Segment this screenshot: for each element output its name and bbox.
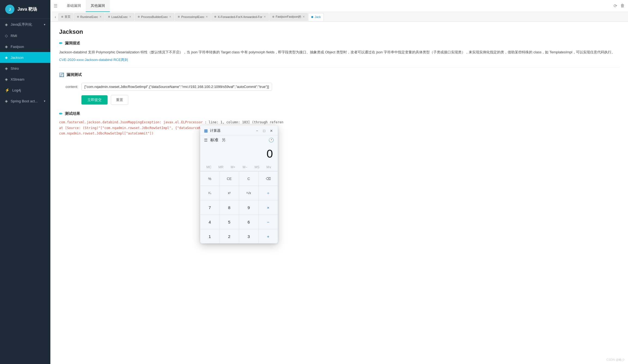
home-tab-label: 首页 xyxy=(65,15,71,19)
sidebar-item-shiro[interactable]: ◈ Shiro xyxy=(0,63,50,74)
sidebar-item-jackson[interactable]: ◈ Jackson xyxy=(0,52,50,63)
browser-tab-fastjsontab[interactable]: FastjsonFastjson的 ✕ xyxy=(269,13,308,21)
calc-1-button[interactable]: 1 xyxy=(200,229,220,243)
tab-other-vuln[interactable]: 其他漏洞 xyxy=(86,0,110,12)
loadjs-tab-label: LoadJsExec xyxy=(111,15,128,19)
xforwarded-tab-close[interactable]: ✕ xyxy=(264,15,266,18)
tab-basic-vuln[interactable]: 基础漏洞 xyxy=(62,0,86,12)
processbuilder-tab-close[interactable]: ✕ xyxy=(169,15,171,18)
vuln-test-header: 🔄 漏洞测试 xyxy=(59,72,619,77)
delete-icon[interactable]: 🗑 xyxy=(620,3,625,8)
log4j-label: Log4j xyxy=(12,88,21,92)
calc-7-button[interactable]: 7 xyxy=(200,200,220,215)
svg-text:J: J xyxy=(9,7,11,11)
xforwarded-tab-label: X-Forwarded-ForX-forwarded-For xyxy=(218,15,262,19)
browser-tab-processbuilder[interactable]: ProcessBuilderExec ✕ xyxy=(135,13,174,21)
sidebar-item-log4j[interactable]: ⚡ Log4j xyxy=(0,85,50,96)
page-title: Jackson xyxy=(59,28,619,35)
calc-app-icon: ▦ xyxy=(204,128,208,133)
top-nav-actions: ⟳ 🗑 xyxy=(614,3,625,8)
refresh-icon[interactable]: ⟳ xyxy=(614,3,617,8)
submit-button[interactable]: 立即提交 xyxy=(81,95,108,105)
fastjsontab-close[interactable]: ✕ xyxy=(303,15,305,18)
sidebar-logo: J Java 靶场 xyxy=(0,0,50,19)
vuln-test-title: 漏洞测试 xyxy=(66,72,82,77)
jackson-icon: ◈ xyxy=(5,55,8,60)
fastjson-icon: ◈ xyxy=(5,44,8,49)
calc-reciprocal-button[interactable]: ¹⁄ₓ xyxy=(200,186,220,200)
processbuilder-tab-dot xyxy=(138,16,140,18)
shiro-label: Shiro xyxy=(11,66,19,71)
calc-ce-button[interactable]: CE xyxy=(220,172,239,186)
calc-backspace-button[interactable]: ⌫ xyxy=(259,172,278,186)
calc-6-button[interactable]: 6 xyxy=(239,215,258,229)
sidebar-item-fastjson[interactable]: ◈ Fastjson xyxy=(0,41,50,52)
top-nav: ☰ 基础漏洞 其他漏洞 ⟳ 🗑 xyxy=(50,0,628,12)
calc-4-button[interactable]: 4 xyxy=(200,215,220,229)
calc-percent-button[interactable]: % xyxy=(200,172,220,186)
result-icon: ✏ xyxy=(59,111,63,116)
top-nav-tabs: 基础漏洞 其他漏洞 xyxy=(62,0,110,12)
calc-5-button[interactable]: 5 xyxy=(220,215,239,229)
calc-toolbar: ☰ 标准 另 🕐 xyxy=(200,135,278,144)
calc-mr-button[interactable]: MR xyxy=(215,164,227,170)
browser-tab-xforwarded[interactable]: X-Forwarded-ForX-forwarded-For ✕ xyxy=(211,13,269,21)
reset-button[interactable]: 重置 xyxy=(111,95,128,105)
fastjson-label: Fastjson xyxy=(11,45,24,49)
vuln-cve-link[interactable]: CVE-2020-xxxx:Jackson-databind RCE两则 xyxy=(59,58,128,62)
sidebar-item-rmi[interactable]: ◇ RMI xyxy=(0,30,50,41)
page-content: Jackson ✏ 漏洞描述 Jackson-databind 支持 Polym… xyxy=(50,22,628,364)
loadjs-tab-dot xyxy=(108,16,110,18)
calc-subtract-button[interactable]: − xyxy=(259,215,278,229)
calc-mv-button[interactable]: M∨ xyxy=(263,164,275,170)
browser-tab-processimpl[interactable]: ProcessImplExec ✕ xyxy=(175,13,211,21)
calc-square-button[interactable]: x² xyxy=(220,186,239,200)
springboot-icon: ◈ xyxy=(5,99,8,103)
browser-tab-jackson[interactable]: Jack xyxy=(308,13,324,21)
content-input[interactable] xyxy=(81,83,272,91)
calc-multiply-button[interactable]: × xyxy=(259,200,278,215)
sidebar-title: Java 靶场 xyxy=(17,7,37,12)
runtime-tab-close[interactable]: ✕ xyxy=(99,15,102,18)
calc-mminus-button[interactable]: M− xyxy=(239,164,251,170)
runtime-tab-label: RuntimeExec xyxy=(80,15,98,19)
calc-maximize-button[interactable]: □ xyxy=(261,128,267,133)
java-deser-icon: ◈ xyxy=(5,22,8,27)
browser-tab-home[interactable]: 首页 xyxy=(58,13,74,21)
calc-mplus-button[interactable]: M+ xyxy=(227,164,239,170)
hamburger-icon[interactable]: ☰ xyxy=(54,3,57,8)
browser-tab-loadjs[interactable]: LoadJsExec ✕ xyxy=(105,13,134,21)
calc-divide-button[interactable]: ÷ xyxy=(259,186,278,200)
result-line-2: at [Source: (String)"["com.nqadmin.rowse… xyxy=(59,125,619,131)
browser-tab-left-arrow[interactable]: ‹ xyxy=(53,15,58,19)
calc-add-button[interactable]: + xyxy=(259,229,278,243)
tab-basic-label: 基础漏洞 xyxy=(67,3,81,8)
calc-c-button[interactable]: C xyxy=(239,172,258,186)
calc-9-button[interactable]: 9 xyxy=(239,200,258,215)
fastjsontab-label: FastjsonFastjson的 xyxy=(276,15,301,19)
sidebar-item-xstream[interactable]: ◈ XStream xyxy=(0,74,50,85)
xstream-label: XStream xyxy=(11,77,25,81)
calc-8-button[interactable]: 8 xyxy=(220,200,239,215)
calc-3-button[interactable]: 3 xyxy=(239,229,258,243)
calc-close-button[interactable]: ✕ xyxy=(269,128,274,133)
calc-ms-button[interactable]: MS xyxy=(251,164,263,170)
calc-hamburger-icon[interactable]: ☰ xyxy=(204,138,208,143)
sidebar-item-springboot[interactable]: ◈ Spring Boot act... ▾ xyxy=(0,96,50,106)
java-deser-label: Java反序列化 xyxy=(11,22,32,27)
calc-minimize-button[interactable]: − xyxy=(254,128,260,133)
processimpl-tab-close[interactable]: ✕ xyxy=(206,15,208,18)
calc-history-icon[interactable]: 🕐 xyxy=(269,137,274,143)
shiro-icon: ◈ xyxy=(5,66,8,71)
sidebar-item-java-deser[interactable]: ◈ Java反序列化 ▾ xyxy=(0,19,50,30)
vuln-desc-title: 漏洞描述 xyxy=(65,41,80,46)
result-header: ✏ 测试结果 xyxy=(59,111,619,116)
loadjs-tab-close[interactable]: ✕ xyxy=(129,15,131,18)
calc-2-button[interactable]: 2 xyxy=(220,229,239,243)
vuln-desc-header: ✏ 漏洞描述 xyxy=(59,41,619,46)
footer-text: CSDN @略少 xyxy=(606,358,625,361)
springboot-label: Spring Boot act... xyxy=(11,99,38,103)
calc-sqrt-button[interactable]: ²√x xyxy=(239,186,258,200)
calc-mc-button[interactable]: MC xyxy=(203,164,215,170)
browser-tab-runtime[interactable]: RuntimeExec ✕ xyxy=(74,13,105,21)
